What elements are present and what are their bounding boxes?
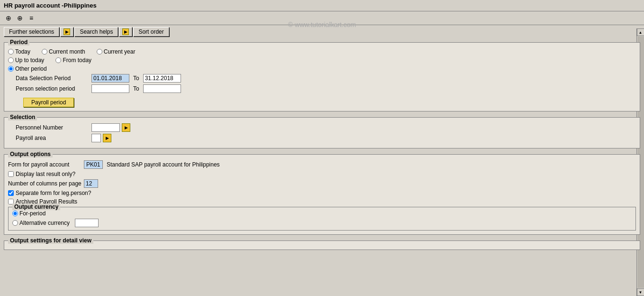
payroll-period-label: Payroll period bbox=[31, 99, 66, 106]
display-last-result-label: Display last result only? bbox=[16, 171, 75, 177]
radio-today: Today bbox=[8, 48, 30, 55]
output-options-section-content: Form for payroll account PK01 Standard S… bbox=[4, 155, 640, 234]
data-selection-to-input[interactable] bbox=[143, 74, 181, 83]
for-period-radio: For-period bbox=[12, 210, 632, 217]
for-period-label: For-period bbox=[19, 210, 45, 217]
alternative-currency-input[interactable] bbox=[75, 219, 99, 227]
data-selection-to-label: To bbox=[133, 75, 139, 82]
output-settings-section: Output settings for detail view bbox=[4, 240, 640, 250]
radio-other-period: Other period bbox=[8, 65, 47, 72]
period-section: Period Today Current month Current year bbox=[4, 42, 640, 111]
data-selection-from-input[interactable] bbox=[91, 74, 129, 83]
toolbar-icon-2[interactable]: ⊕ bbox=[15, 13, 25, 23]
form-description: Standard SAP payroll account for Philipp… bbox=[107, 161, 220, 168]
selection-section-title: Selection bbox=[8, 114, 37, 120]
radio-current-month-input[interactable] bbox=[42, 49, 47, 55]
search-helps-button[interactable]: Search helps bbox=[74, 27, 118, 37]
main-content: Period Today Current month Current year bbox=[0, 38, 644, 296]
sort-order-label: Sort order bbox=[138, 28, 163, 35]
data-selection-period-row: Data Selection Period To bbox=[8, 74, 636, 83]
radio-other-period-label: Other period bbox=[15, 65, 47, 72]
period-section-content: Today Current month Current year Up to t… bbox=[4, 43, 640, 111]
output-settings-section-title: Output settings for detail view bbox=[8, 237, 93, 244]
form-for-payroll-account-label: Form for payroll account bbox=[8, 161, 84, 168]
further-selections-button[interactable]: Further selections bbox=[4, 27, 59, 37]
payroll-area-row: Payroll area ▶ bbox=[8, 134, 636, 142]
archived-payroll-row: Archived Payroll Results bbox=[8, 198, 636, 205]
nav-bar: Further selections ▶ Search helps ▶ Sort… bbox=[0, 25, 644, 38]
search-helps-label: Search helps bbox=[80, 28, 113, 35]
person-selection-period-row: Person selection period To bbox=[8, 84, 636, 93]
for-period-radio-input[interactable] bbox=[12, 211, 18, 216]
columns-per-page-row: Number of columns per page bbox=[8, 179, 636, 188]
radio-today-label: Today bbox=[15, 48, 30, 55]
period-radio-row-1: Today Current month Current year bbox=[8, 48, 636, 55]
further-selections-label: Further selections bbox=[9, 28, 54, 35]
separate-form-checkbox[interactable] bbox=[8, 190, 14, 196]
radio-up-to-today-input[interactable] bbox=[8, 57, 14, 63]
radio-current-month: Current month bbox=[42, 48, 85, 55]
person-selection-to-label: To bbox=[133, 85, 139, 92]
selection-section: Selection Personnel Number ▶ Payroll are… bbox=[4, 117, 640, 148]
radio-current-year: Current year bbox=[97, 48, 136, 55]
payroll-area-select-btn[interactable]: ▶ bbox=[103, 134, 111, 142]
personnel-number-select-btn[interactable]: ▶ bbox=[122, 123, 130, 132]
separate-form-row: Separate form for leg.person? bbox=[8, 190, 636, 196]
period-section-title: Period bbox=[8, 39, 29, 46]
columns-per-page-input[interactable] bbox=[84, 179, 98, 188]
form-code: PK01 bbox=[84, 160, 103, 169]
radio-current-year-input[interactable] bbox=[97, 49, 102, 55]
radio-from-today-input[interactable] bbox=[55, 57, 61, 63]
radio-from-today: From today bbox=[55, 57, 91, 64]
title-bar: HR payroll account -Philippines bbox=[0, 0, 644, 11]
toolbar-icon-3[interactable]: ≡ bbox=[27, 13, 36, 23]
person-selection-to-input[interactable] bbox=[143, 84, 181, 93]
toolbar-icon-1[interactable]: ⊕ bbox=[4, 13, 13, 23]
personnel-number-row: Personnel Number ▶ bbox=[8, 123, 636, 132]
payroll-area-input[interactable] bbox=[91, 134, 101, 142]
alternative-currency-radio: Alternative currency bbox=[12, 219, 632, 227]
arrow-right-icon: ▶ bbox=[63, 28, 70, 35]
period-radio-row-2: Up to today From today bbox=[8, 57, 636, 64]
scroll-up-button[interactable]: ▲ bbox=[637, 28, 644, 36]
arrow-right-icon-2: ▶ bbox=[122, 28, 129, 35]
person-selection-from-input[interactable] bbox=[91, 84, 129, 93]
radio-from-today-label: From today bbox=[63, 57, 91, 64]
output-options-section: Output options Form for payroll account … bbox=[4, 154, 640, 235]
selection-section-content: Personnel Number ▶ Payroll area ▶ bbox=[4, 118, 640, 148]
output-currency-box: Output currency For-period Alternative c… bbox=[8, 207, 636, 231]
radio-up-to-today: Up to today bbox=[8, 57, 44, 64]
personnel-number-input[interactable] bbox=[91, 123, 120, 132]
radio-current-month-label: Current month bbox=[49, 48, 85, 55]
period-radio-row-3: Other period bbox=[8, 65, 636, 72]
data-selection-period-label: Data Selection Period bbox=[16, 75, 91, 82]
radio-other-period-input[interactable] bbox=[8, 66, 14, 72]
output-options-section-title: Output options bbox=[8, 151, 53, 157]
toolbar: ⊕ ⊕ ≡ © www.tutorialkart.com bbox=[0, 11, 644, 25]
payroll-area-label: Payroll area bbox=[16, 135, 91, 141]
alternative-currency-label: Alternative currency bbox=[19, 220, 70, 226]
arrow-icon-1: ▶ bbox=[60, 27, 73, 37]
sort-order-button[interactable]: Sort order bbox=[133, 27, 169, 37]
display-last-result-row: Display last result only? bbox=[8, 171, 636, 177]
form-for-payroll-account-row: Form for payroll account PK01 Standard S… bbox=[8, 160, 636, 169]
radio-current-year-label: Current year bbox=[104, 48, 136, 55]
scroll-down-button[interactable]: ▼ bbox=[637, 288, 644, 296]
personnel-number-label: Personnel Number bbox=[16, 124, 91, 131]
window-title: HR payroll account -Philippines bbox=[4, 2, 97, 9]
output-currency-title: Output currency bbox=[12, 204, 60, 210]
person-selection-period-label: Person selection period bbox=[16, 85, 91, 92]
radio-today-input[interactable] bbox=[8, 49, 14, 55]
arrow-icon-2: ▶ bbox=[119, 27, 132, 37]
payroll-period-button[interactable]: Payroll period bbox=[23, 98, 74, 107]
separate-form-label: Separate form for leg.person? bbox=[16, 190, 91, 196]
display-last-result-checkbox[interactable] bbox=[8, 171, 14, 177]
radio-up-to-today-label: Up to today bbox=[15, 57, 44, 64]
columns-per-page-label: Number of columns per page bbox=[8, 180, 84, 187]
alternative-currency-radio-input[interactable] bbox=[12, 220, 18, 226]
